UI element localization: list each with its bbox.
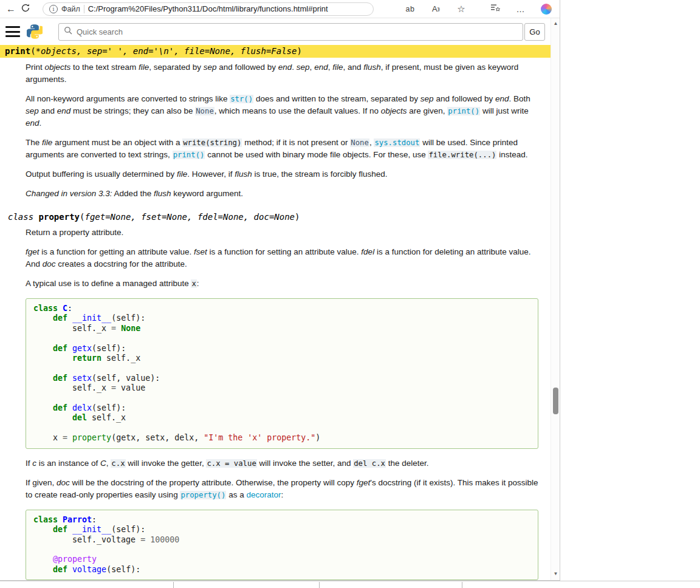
text-run: sep (204, 63, 217, 72)
text-run: file (177, 169, 187, 179)
text-run: The (26, 138, 42, 147)
property-paragraph-5: If given, doc will be the docstring of t… (26, 477, 538, 501)
inline-link[interactable]: print() (447, 107, 480, 115)
text-run: doc (57, 478, 70, 487)
text-run: ) (297, 46, 301, 56)
copilot-icon (541, 4, 552, 15)
back-icon: ← (6, 4, 16, 14)
property-paragraph-1: Return a property attribute. (26, 227, 538, 239)
text-run: If given, (26, 478, 57, 487)
inline-link[interactable]: None (195, 107, 214, 115)
python-logo[interactable] (27, 24, 43, 39)
read-aloud-button[interactable]: A)) (428, 1, 443, 17)
inline-link[interactable]: decorator (246, 490, 281, 499)
text-run: will be the docstring of the property at… (70, 478, 357, 487)
back-button[interactable]: ← (4, 1, 18, 17)
url-text[interactable]: C:/Program%20Files/Python311/Doc/html/li… (88, 4, 328, 13)
text-run: method; if it is not present or (242, 138, 350, 147)
inline-link[interactable]: sys.stdout (374, 138, 420, 147)
property-paragraph-2: fget is a function for getting an attrib… (26, 246, 538, 270)
text-run: will invoke the setter, and (257, 459, 353, 468)
property-paragraph-3: A typical use is to define a managed att… (26, 278, 538, 290)
text-run: sep (26, 106, 39, 115)
code-example-class-c: class C: def __init__(self): self._x = N… (26, 298, 538, 449)
text-run: fget=None, fset=None, fdel=None, doc=Non… (84, 212, 295, 222)
menu-button[interactable] (5, 26, 21, 38)
code-line: self._voltage = 100000 (33, 535, 530, 545)
code-example-class-parrot: class Parrot: def __init__(self): self._… (26, 510, 538, 580)
text-run: If (26, 459, 32, 468)
browser-window: ← i Файл C:/Program%20Files/Python311/Do… (0, 0, 560, 581)
settings-more-button[interactable]: … (513, 1, 528, 17)
text-run: fset (194, 247, 207, 256)
text-run: fget (357, 478, 371, 487)
read-aloud-icon: A)) (432, 4, 439, 13)
code-line: def setx(self, value): (33, 374, 530, 383)
add-favorite-button[interactable]: ☆ (454, 1, 468, 17)
taskbar-divider (462, 582, 462, 588)
favorites-bar-button[interactable] (488, 1, 503, 17)
text-run: sep (297, 63, 310, 72)
text-run: file (42, 138, 52, 147)
scrollbar-thumb[interactable] (553, 388, 558, 414)
text-run: objects (45, 63, 71, 72)
search-input[interactable] (77, 27, 518, 36)
text-run: file.write(...) (428, 151, 496, 159)
text-run: is true, the stream is forcibly flushed. (252, 169, 388, 179)
text-run: Added the (112, 189, 154, 198)
text-run: Print (26, 63, 45, 72)
text-run: sep (420, 94, 434, 103)
text-run: objects (381, 106, 407, 115)
inline-link[interactable]: property() (180, 491, 226, 499)
text-run: write(string) (182, 138, 242, 147)
vertical-scrollbar[interactable]: ▲ ▼ (551, 18, 560, 580)
text-run: will invoke the getter, (126, 459, 207, 468)
text-run: . Both (509, 94, 530, 103)
text-run: to the text stream (70, 63, 139, 72)
text-run: , (310, 63, 315, 72)
translate-button[interactable]: ab (403, 1, 417, 17)
refresh-button[interactable] (18, 1, 33, 17)
text-run: file (139, 63, 149, 72)
scroll-down-arrow[interactable]: ▼ (551, 571, 560, 576)
code-line: return self._x (33, 354, 530, 363)
text-run: : (281, 490, 284, 499)
text-run: property (39, 212, 80, 222)
code-line (33, 394, 530, 403)
text-run: doc (43, 259, 56, 268)
copilot-button[interactable] (539, 1, 554, 17)
refresh-icon (21, 3, 30, 15)
print-description: Print objects to the text stream file, s… (26, 61, 551, 200)
taskbar-divider (173, 582, 174, 588)
text-run: Output buffering is usually determined b… (26, 169, 177, 179)
text-run: c.x (111, 459, 125, 468)
hamburger-icon (5, 26, 20, 28)
taskbar-edge (0, 581, 700, 588)
text-run: . (292, 63, 297, 72)
address-bar[interactable]: i Файл C:/Program%20Files/Python311/Doc/… (43, 2, 374, 16)
text-run: is a function for setting an attribute v… (207, 247, 362, 256)
text-run: fdel (361, 247, 374, 256)
code-line: self._x = None (33, 324, 530, 333)
text-run: A typical use is to define a managed att… (26, 279, 191, 288)
taskbar-divider (319, 582, 320, 588)
text-run: flush (154, 189, 171, 198)
text-run: fget (26, 247, 39, 256)
translate-icon: ab (406, 5, 415, 13)
search-go-button[interactable]: Go (524, 23, 545, 41)
scroll-up-arrow[interactable]: ▲ (551, 21, 560, 26)
text-run: must be strings; they can also be (70, 106, 195, 115)
inline-link[interactable]: None (350, 138, 369, 147)
code-line: def __init__(self): (33, 313, 530, 323)
text-run: file (332, 63, 343, 72)
text-run: print (5, 46, 30, 56)
text-run: end (26, 118, 39, 128)
inline-link[interactable]: str() (230, 95, 253, 103)
text-run: All non-keyword arguments are converted … (26, 94, 230, 103)
page-info-icon[interactable]: i (49, 5, 58, 13)
text-run: end (495, 94, 509, 103)
inline-link[interactable]: print() (173, 151, 205, 159)
print-paragraph-1: Print objects to the text stream file, s… (26, 61, 538, 86)
doc-header: Go (0, 18, 551, 45)
code-line: def delx(self): (33, 403, 530, 413)
